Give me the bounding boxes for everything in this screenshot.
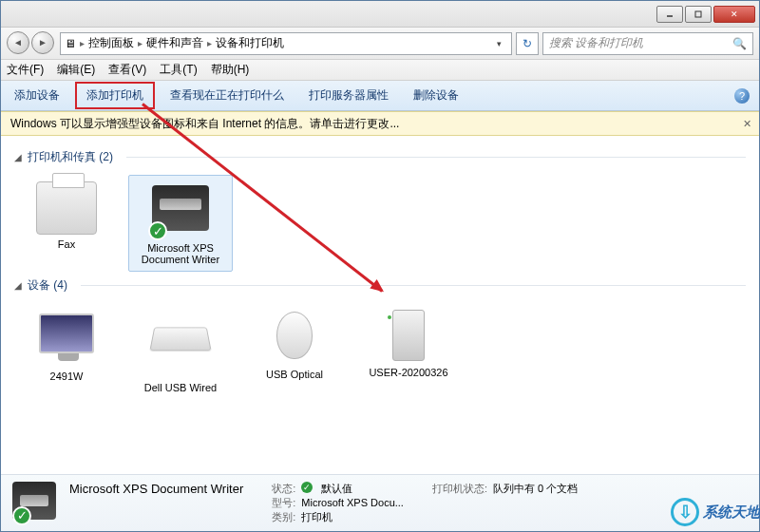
info-bar-text: Windows 可以显示增强型设备图标和来自 Internet 的信息。请单击进…	[10, 116, 399, 132]
printers-items: Fax ✓ Microsoft XPS Document Writer	[14, 175, 746, 272]
device-xps-writer[interactable]: ✓ Microsoft XPS Document Writer	[128, 175, 233, 272]
computer-tower-icon	[378, 310, 439, 363]
cmd-add-device[interactable]: 添加设备	[14, 87, 60, 104]
cmd-server-properties[interactable]: 打印服务器属性	[309, 87, 389, 104]
command-bar: 添加设备 添加打印机 查看现在正在打印什么 打印服务器属性 删除设备 ?	[1, 81, 759, 111]
item-label: Dell USB Wired	[135, 382, 226, 393]
search-box[interactable]: 搜索 设备和打印机 🔍	[542, 32, 753, 55]
device-keyboard[interactable]: Dell USB Wired	[128, 303, 233, 400]
item-label: USB Optical	[249, 369, 340, 380]
menu-view[interactable]: 查看(V)	[108, 62, 146, 78]
crumb-devices-printers[interactable]: 设备和打印机	[216, 35, 284, 51]
svg-rect-1	[695, 11, 701, 17]
mouse-icon	[264, 312, 325, 365]
crumb-control-panel[interactable]: 控制面板	[88, 35, 134, 51]
menu-tools[interactable]: 工具(T)	[160, 62, 197, 78]
chevron-right-icon: ▸	[80, 38, 85, 48]
status-ok-icon: ✓	[301, 482, 313, 493]
default-check-icon: ✓	[12, 506, 31, 525]
group-header-devices[interactable]: ◢ 设备 (4)	[14, 277, 746, 294]
status-value: 默认值	[321, 482, 352, 496]
category-label: 类别:	[272, 510, 295, 524]
device-computer[interactable]: USER-20200326	[356, 303, 461, 400]
address-dropdown[interactable]: ▾	[490, 39, 507, 48]
keyboard-icon	[150, 325, 211, 378]
group-title: 打印机和传真 (2)	[28, 149, 113, 165]
details-printer-icon: ✓	[12, 482, 56, 525]
watermark-text: 系统天地	[703, 504, 760, 522]
watermark-icon: ⇩	[671, 498, 699, 526]
device-fax[interactable]: Fax	[14, 175, 119, 272]
cmd-see-printing[interactable]: 查看现在正在打印什么	[170, 87, 284, 104]
refresh-button[interactable]: ↻	[516, 32, 539, 55]
close-button[interactable]: ✕	[713, 6, 755, 23]
model-value: Microsoft XPS Docu...	[301, 496, 404, 510]
cmd-remove-device[interactable]: 删除设备	[413, 87, 459, 104]
address-bar[interactable]: 🖥 ▸ 控制面板 ▸ 硬件和声音 ▸ 设备和打印机 ▾	[60, 32, 512, 55]
fax-icon	[36, 181, 97, 235]
back-button[interactable]: ◄	[7, 31, 29, 54]
collapse-icon: ◢	[14, 152, 22, 162]
printer-status-label: 打印机状态:	[432, 482, 487, 496]
menu-bar: 文件(F) 编辑(E) 查看(V) 工具(T) 帮助(H)	[1, 60, 759, 81]
cmd-add-printer[interactable]: 添加打印机	[75, 82, 155, 109]
titlebar: ✕	[1, 1, 759, 28]
nav-back-forward: ◄ ►	[7, 31, 56, 56]
default-check-icon: ✓	[148, 221, 167, 240]
content-area: ◢ 打印机和传真 (2) Fax ✓ Microsoft XPS Documen…	[1, 136, 759, 474]
printer-icon: ✓	[150, 185, 211, 238]
menu-file[interactable]: 文件(F)	[7, 62, 44, 78]
device-monitor[interactable]: 2491W	[14, 303, 119, 400]
search-placeholder: 搜索 设备和打印机	[549, 35, 643, 51]
menu-help[interactable]: 帮助(H)	[211, 62, 250, 78]
help-icon[interactable]: ?	[734, 88, 750, 104]
item-label: 2491W	[21, 370, 112, 382]
model-label: 型号:	[272, 496, 295, 510]
item-label: Microsoft XPS Document Writer	[135, 242, 226, 265]
chevron-right-icon: ▸	[207, 38, 212, 48]
collapse-icon: ◢	[14, 280, 22, 291]
watermark: ⇩ 系统天地	[671, 498, 760, 526]
group-title: 设备 (4)	[28, 277, 67, 294]
info-bar-close-icon[interactable]: ✕	[743, 118, 751, 130]
device-mouse[interactable]: USB Optical	[242, 303, 347, 400]
minimize-button[interactable]	[656, 6, 683, 23]
divider	[81, 285, 746, 286]
item-label: Fax	[21, 238, 112, 250]
printer-status-value: 队列中有 0 个文档	[493, 482, 578, 496]
info-bar[interactable]: Windows 可以显示增强型设备图标和来自 Internet 的信息。请单击进…	[1, 111, 759, 136]
computer-icon: 🖥	[65, 37, 76, 50]
menu-edit[interactable]: 编辑(E)	[57, 62, 95, 78]
details-pane: ✓ Microsoft XPS Document Writer 状态:✓默认值 …	[1, 474, 759, 531]
search-icon: 🔍	[732, 37, 747, 50]
devices-items: 2491W Dell USB Wired USB Optical USER-20…	[14, 303, 746, 400]
crumb-hardware-sound[interactable]: 硬件和声音	[146, 35, 203, 51]
maximize-button[interactable]	[685, 6, 712, 23]
chevron-right-icon: ▸	[138, 38, 142, 48]
divider	[126, 157, 746, 158]
item-label: USER-20200326	[363, 367, 454, 378]
group-header-printers[interactable]: ◢ 打印机和传真 (2)	[14, 149, 746, 165]
monitor-icon	[36, 314, 97, 367]
details-columns: Microsoft XPS Document Writer 状态:✓默认值 型号…	[69, 482, 578, 524]
category-value: 打印机	[301, 510, 332, 524]
explorer-window: ✕ ◄ ► 🖥 ▸ 控制面板 ▸ 硬件和声音 ▸ 设备和打印机 ▾ ↻ 搜索 设…	[0, 0, 760, 532]
navigation-row: ◄ ► 🖥 ▸ 控制面板 ▸ 硬件和声音 ▸ 设备和打印机 ▾ ↻ 搜索 设备和…	[1, 28, 759, 60]
forward-button[interactable]: ►	[31, 31, 54, 54]
details-title: Microsoft XPS Document Writer	[69, 482, 243, 496]
status-label: 状态:	[272, 482, 295, 496]
